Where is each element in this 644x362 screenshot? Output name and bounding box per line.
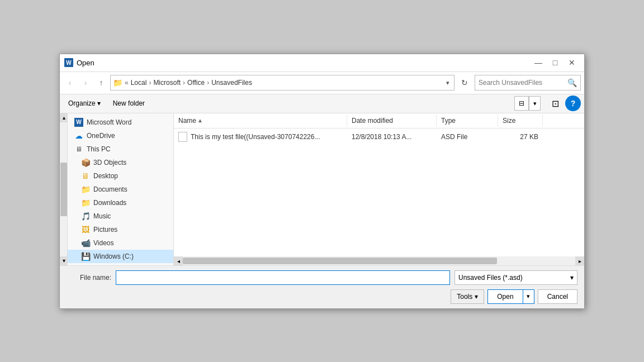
pane-button[interactable]: ⊡ bbox=[547, 96, 563, 111]
sidebar-item-this-pc[interactable]: 🖥 This PC bbox=[68, 142, 173, 156]
file-area: Name ▲ Date modified Type Size bbox=[174, 113, 584, 265]
open-dropdown-button[interactable]: ▾ bbox=[523, 289, 534, 304]
sidebar-scroll-thumb bbox=[60, 163, 67, 216]
sidebar-with-scroll: ▴ ▾ W Microsoft Word ☁ OneDrive bbox=[60, 113, 174, 265]
word-icon: W bbox=[74, 118, 83, 127]
close-button[interactable]: ✕ bbox=[564, 56, 580, 69]
view-list-button[interactable]: ⊟ bbox=[515, 97, 528, 110]
sidebar-label-this-pc: This PC bbox=[87, 145, 111, 153]
sidebar-scroll-up[interactable]: ▴ bbox=[60, 113, 68, 122]
filetype-value: Unsaved Files (*.asd) bbox=[458, 274, 523, 282]
address-path[interactable]: 📁 « Local › Microsoft › Office › Unsaved… bbox=[110, 75, 454, 90]
sidebar-item-videos[interactable]: 📹 Videos bbox=[68, 236, 173, 250]
pictures-icon: 🖼 bbox=[81, 225, 90, 234]
sidebar-item-documents[interactable]: 📁 Documents bbox=[68, 183, 173, 196]
view-toggle: ⊟ ▾ bbox=[514, 96, 541, 111]
sidebar-item-desktop[interactable]: 🖥 Desktop bbox=[68, 169, 173, 183]
sidebar-item-3d-objects[interactable]: 📦 3D Objects bbox=[68, 156, 173, 169]
sidebar-item-windows-c[interactable]: 💾 Windows (C:) bbox=[68, 250, 173, 263]
file-name-cell: This is my test file((Unsaved-3070742226… bbox=[174, 130, 347, 144]
sidebar-label-desktop: Desktop bbox=[93, 172, 118, 180]
sidebar-item-downloads[interactable]: 📁 Downloads bbox=[68, 196, 173, 209]
file-list-header: Name ▲ Date modified Type Size bbox=[174, 113, 584, 128]
h-scroll-thumb bbox=[183, 258, 497, 264]
filename-row: File name: Unsaved Files (*.asd) ▾ bbox=[67, 270, 577, 285]
windows-drive-icon: 💾 bbox=[81, 252, 90, 261]
view-dropdown-button[interactable]: ▾ bbox=[529, 97, 540, 110]
file-type-cell: ASD File bbox=[437, 131, 498, 143]
3d-objects-icon: 📦 bbox=[81, 158, 90, 167]
path-microsoft: Microsoft bbox=[153, 79, 181, 87]
sidebar-item-pictures[interactable]: 🖼 Pictures bbox=[68, 223, 173, 236]
title-bar-left: W Open bbox=[64, 58, 94, 67]
open-arrow-icon: ▾ bbox=[527, 293, 530, 300]
search-icon[interactable]: 🔍 bbox=[567, 78, 577, 87]
music-icon: 🎵 bbox=[81, 212, 90, 221]
tools-button[interactable]: Tools ▾ bbox=[451, 289, 484, 304]
minimize-button[interactable]: — bbox=[531, 56, 546, 69]
filename-label: File name: bbox=[67, 274, 111, 282]
sidebar-label-windows-c: Windows (C:) bbox=[93, 253, 134, 260]
forward-button[interactable]: › bbox=[79, 75, 92, 90]
sidebar-label-pictures: Pictures bbox=[93, 226, 117, 234]
sidebar-item-onedrive[interactable]: ☁ OneDrive bbox=[68, 129, 173, 142]
table-row[interactable]: This is my test file((Unsaved-3070742226… bbox=[174, 128, 584, 145]
sidebar-label-music: Music bbox=[93, 212, 111, 220]
path-unsaved: UnsavedFiles bbox=[211, 79, 252, 87]
tools-dropdown-icon: ▾ bbox=[475, 293, 478, 301]
sidebar-label-downloads: Downloads bbox=[93, 199, 126, 207]
file-date-cell: 12/8/2018 10:13 A... bbox=[347, 131, 437, 143]
sidebar-scroll-down[interactable]: ▾ bbox=[60, 256, 68, 265]
sidebar-item-microsoft-word[interactable]: W Microsoft Word bbox=[68, 116, 173, 129]
h-scroll-track bbox=[183, 256, 575, 265]
column-type-header[interactable]: Type bbox=[437, 115, 498, 127]
scroll-left-button[interactable]: ◂ bbox=[174, 256, 183, 265]
open-button[interactable]: Open bbox=[487, 289, 523, 304]
videos-icon: 📹 bbox=[81, 239, 90, 247]
sidebar-label-videos: Videos bbox=[93, 239, 113, 247]
organize-dropdown-icon: ▾ bbox=[97, 99, 101, 107]
tools-label: Tools bbox=[457, 293, 472, 301]
back-icon: ‹ bbox=[69, 78, 72, 87]
sidebar-label-onedrive: OneDrive bbox=[87, 132, 115, 140]
up-button[interactable]: ↑ bbox=[94, 75, 108, 90]
column-size-header[interactable]: Size bbox=[498, 115, 543, 127]
help-button[interactable]: ? bbox=[565, 96, 581, 111]
column-name-header[interactable]: Name ▲ bbox=[174, 115, 347, 127]
path-local: Local bbox=[131, 79, 147, 87]
pane-icon: ⊡ bbox=[552, 98, 559, 109]
this-pc-icon: 🖥 bbox=[74, 145, 83, 154]
refresh-button[interactable]: ↻ bbox=[457, 75, 472, 90]
view-list-icon: ⊟ bbox=[519, 99, 524, 107]
organize-button[interactable]: Organize ▾ bbox=[63, 96, 106, 111]
file-size-cell: 27 KB bbox=[498, 131, 543, 143]
toolbar: Organize ▾ New folder ⊟ ▾ ⊡ ? bbox=[60, 94, 584, 113]
search-input[interactable] bbox=[479, 79, 567, 87]
file-icon bbox=[178, 132, 187, 142]
filetype-dropdown[interactable]: Unsaved Files (*.asd) ▾ bbox=[454, 270, 577, 285]
new-folder-button[interactable]: New folder bbox=[108, 96, 150, 111]
dialog-title: Open bbox=[77, 59, 94, 67]
sort-indicator-icon: ▲ bbox=[197, 117, 203, 123]
sidebar-item-music[interactable]: 🎵 Music bbox=[68, 209, 173, 223]
window-controls: — □ ✕ bbox=[531, 56, 580, 69]
path-office: Office bbox=[187, 79, 205, 87]
main-area: ▴ ▾ W Microsoft Word ☁ OneDrive bbox=[60, 113, 584, 265]
maximize-button[interactable]: □ bbox=[547, 56, 563, 69]
sidebar-label-documents: Documents bbox=[93, 185, 127, 193]
sidebar-scrollbar: ▴ ▾ bbox=[60, 113, 68, 265]
back-button[interactable]: ‹ bbox=[63, 75, 77, 90]
address-bar: ‹ › ↑ 📁 « Local › Microsoft › Office › U… bbox=[60, 72, 584, 94]
app-icon: W bbox=[64, 58, 73, 67]
path-dropdown-button[interactable]: ▾ bbox=[444, 78, 452, 88]
search-box: 🔍 bbox=[475, 75, 581, 90]
column-date-header[interactable]: Date modified bbox=[347, 115, 437, 127]
file-list-container: Name ▲ Date modified Type Size bbox=[174, 113, 584, 256]
help-icon: ? bbox=[571, 99, 576, 108]
onedrive-icon: ☁ bbox=[74, 131, 83, 140]
scroll-right-button[interactable]: ▸ bbox=[575, 256, 584, 265]
filename-input[interactable] bbox=[116, 270, 450, 285]
up-icon: ↑ bbox=[100, 78, 103, 87]
folder-icon: 📁 bbox=[113, 78, 122, 87]
cancel-button[interactable]: Cancel bbox=[538, 289, 577, 304]
